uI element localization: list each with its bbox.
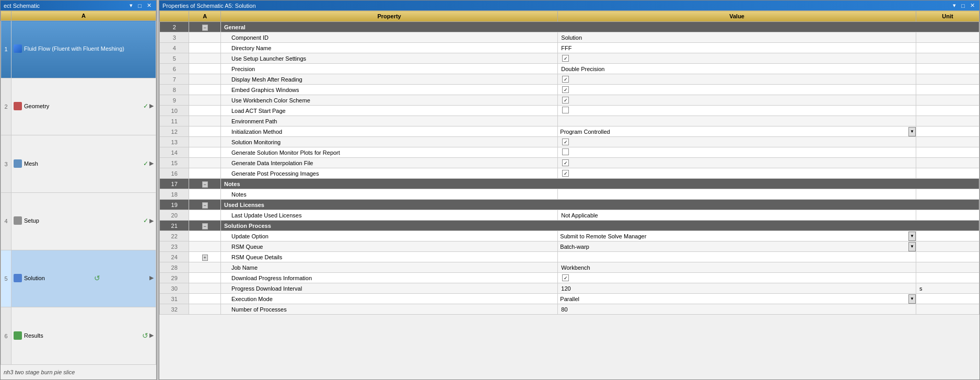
props-col-a	[189, 147, 221, 158]
prop-value-cell[interactable]: Program Controlled ▼	[558, 126, 916, 137]
prop-value-cell[interactable]: ✓	[558, 273, 916, 283]
prop-name: Use Workbench Color Scheme	[220, 95, 557, 106]
props-col-a	[189, 126, 221, 137]
section-label: Solution Process	[220, 221, 979, 231]
prop-value-cell[interactable]: Parallel ▼	[558, 294, 916, 304]
props-col-a	[189, 158, 221, 168]
prop-unit-cell	[916, 158, 979, 168]
props-col-a	[189, 106, 221, 116]
prop-value-cell[interactable]: ✓	[558, 74, 916, 85]
props-row-num: 4	[160, 43, 189, 53]
prop-unit-cell	[916, 43, 979, 53]
row-label[interactable]: Results ↺ ▶	[11, 307, 156, 365]
prop-value-cell[interactable]	[558, 147, 916, 158]
prop-unit	[916, 252, 979, 262]
row-label[interactable]: Solution ↺ ▶	[11, 250, 156, 307]
prop-unit-cell	[916, 189, 979, 200]
prop-unit-cell	[916, 126, 979, 137]
prop-value-cell[interactable]: ✓	[558, 95, 916, 106]
prop-unit-cell	[916, 116, 979, 126]
row-text: Fluid Flow (Fluent with Fluent Meshing)	[24, 45, 124, 52]
props-col-a	[189, 262, 221, 273]
props-row-num: 19	[160, 200, 189, 210]
prop-unit-cell	[916, 231, 979, 241]
prop-name: Precision	[220, 64, 557, 74]
expand-btn[interactable]: +	[189, 252, 221, 262]
float-button[interactable]: □	[136, 2, 143, 9]
props-row-num: 10	[160, 106, 189, 116]
props-col-a	[189, 74, 221, 85]
schematic-table: A 1 Fluid Flow (Fluent with Fluent Meshi…	[1, 10, 156, 365]
prop-value-cell[interactable]: Submit to Remote Solve Manager ▼	[558, 231, 916, 241]
prop-value-cell[interactable]: ✓	[558, 85, 916, 95]
section-collapse[interactable]: −	[189, 179, 221, 189]
row-label[interactable]: Mesh ✓ ▶	[11, 135, 156, 193]
row-number: 3	[1, 135, 11, 193]
pin-button[interactable]: ▾	[128, 2, 134, 9]
prop-name: Generate Post Processing Images	[220, 168, 557, 179]
row-label[interactable]: Geometry ✓ ▶	[11, 78, 156, 135]
right-pin-button[interactable]: ▾	[951, 2, 958, 9]
prop-value-cell: Workbench	[558, 262, 916, 273]
row-text: Results	[24, 332, 43, 339]
props-row-num: 16	[160, 168, 189, 179]
prop-value-cell: 80	[558, 304, 916, 315]
props-row-num: 17	[160, 179, 189, 189]
props-row-num: 12	[160, 126, 189, 137]
props-row-num: 9	[160, 95, 189, 106]
prop-unit-cell	[916, 304, 979, 315]
prop-name: Last Update Used Licenses	[220, 210, 557, 221]
prop-value-cell: Not Applicable	[558, 210, 916, 221]
prop-value-cell[interactable]: Batch-warp ▼	[558, 241, 916, 252]
props-num-header	[160, 11, 189, 22]
props-row-num: 3	[160, 32, 189, 43]
prop-value-cell[interactable]: ✓	[558, 137, 916, 147]
prop-name: Update Option	[220, 231, 557, 241]
props-col-a	[189, 189, 221, 200]
props-col-a	[189, 43, 221, 53]
right-properties-panel: Properties of Schematic A5: Solution ▾ □…	[159, 0, 980, 380]
row-arrow: ▶	[149, 274, 154, 281]
prop-name: Use Setup Launcher Settings	[220, 53, 557, 64]
section-collapse[interactable]: −	[189, 200, 221, 210]
section-collapse[interactable]: −	[189, 22, 221, 32]
prop-name: Notes	[220, 189, 557, 200]
props-col-a	[189, 283, 221, 294]
prop-name: RSM Queue Details	[220, 252, 557, 262]
right-close-button[interactable]: ✕	[969, 2, 976, 9]
prop-value-cell[interactable]: ✓	[558, 158, 916, 168]
props-col-a	[189, 137, 221, 147]
props-row-num: 29	[160, 273, 189, 283]
prop-name: Component ID	[220, 32, 557, 43]
prop-value-cell	[558, 189, 916, 200]
prop-name: Solution Monitoring	[220, 137, 557, 147]
prop-unit-cell	[916, 168, 979, 179]
prop-value-cell[interactable]: ✓	[558, 53, 916, 64]
props-col-a-header: A	[189, 11, 221, 22]
right-float-button[interactable]: □	[960, 2, 966, 9]
props-col-a	[189, 210, 221, 221]
properties-content: A Property Value Unit 2 − General 3 Comp…	[159, 10, 979, 379]
right-titlebar-controls: ▾ □ ✕	[951, 2, 976, 9]
props-row-num: 24	[160, 252, 189, 262]
props-row-num: 20	[160, 210, 189, 221]
prop-name: Load ACT Start Page	[220, 106, 557, 116]
prop-unit-cell	[916, 106, 979, 116]
prop-unit-cell	[916, 64, 979, 74]
row-label[interactable]: Fluid Flow (Fluent with Fluent Meshing)	[11, 21, 156, 78]
row-number: 4	[1, 192, 11, 250]
props-row-num: 31	[160, 294, 189, 304]
prop-unit-cell	[916, 74, 979, 85]
prop-name: Download Progress Information	[220, 273, 557, 283]
prop-value-cell[interactable]	[558, 106, 916, 116]
prop-name: RSM Queue	[220, 241, 557, 252]
section-collapse[interactable]: −	[189, 221, 221, 231]
properties-table-wrapper[interactable]: A Property Value Unit 2 − General 3 Comp…	[159, 10, 979, 379]
row-label[interactable]: Setup ✓ ▶	[11, 192, 156, 250]
prop-unit-cell	[916, 241, 979, 252]
props-col-a	[189, 231, 221, 241]
close-button[interactable]: ✕	[145, 2, 153, 9]
prop-unit-cell	[916, 85, 979, 95]
prop-value-cell[interactable]: ✓	[558, 168, 916, 179]
props-col-a	[189, 32, 221, 43]
